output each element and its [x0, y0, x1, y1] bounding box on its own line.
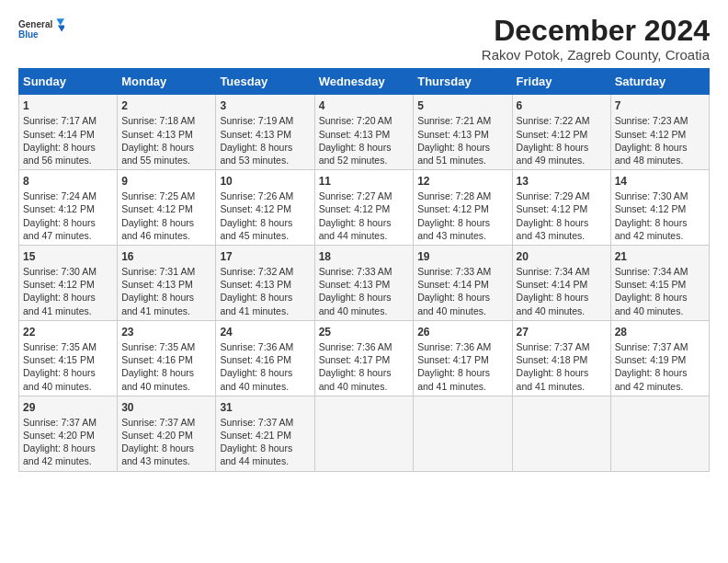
- sunrise-text: Sunrise: 7:37 AM: [23, 417, 97, 428]
- calendar-cell: 30Sunrise: 7:37 AMSunset: 4:20 PMDayligh…: [118, 396, 216, 471]
- sunrise-text: Sunrise: 7:29 AM: [517, 190, 590, 201]
- sunset-text: Sunset: 4:16 PM: [121, 354, 193, 365]
- daylight-text: Daylight: 8 hours and 42 minutes.: [23, 442, 96, 466]
- daylight-text: Daylight: 8 hours and 41 minutes.: [517, 367, 589, 391]
- sunset-text: Sunset: 4:20 PM: [121, 430, 193, 441]
- daylight-text: Daylight: 8 hours and 42 minutes.: [615, 217, 688, 241]
- calendar-week-row: 15Sunrise: 7:30 AMSunset: 4:12 PMDayligh…: [19, 245, 710, 320]
- sunrise-text: Sunrise: 7:37 AM: [615, 341, 688, 352]
- sunset-text: Sunset: 4:13 PM: [417, 129, 489, 140]
- sunset-text: Sunset: 4:12 PM: [23, 279, 95, 290]
- sunrise-text: Sunrise: 7:18 AM: [121, 115, 195, 126]
- sunrise-text: Sunrise: 7:27 AM: [319, 190, 392, 201]
- sunrise-text: Sunrise: 7:33 AM: [319, 266, 392, 277]
- day-number: 14: [615, 174, 705, 189]
- calendar-day-header: Thursday: [414, 69, 512, 95]
- day-number: 24: [220, 325, 310, 339]
- daylight-text: Daylight: 8 hours and 53 minutes.: [220, 142, 292, 166]
- daylight-text: Daylight: 8 hours and 41 minutes.: [121, 292, 194, 316]
- calendar-day-header: Monday: [118, 69, 216, 95]
- daylight-text: Daylight: 8 hours and 43 minutes.: [121, 442, 194, 466]
- sunrise-text: Sunrise: 7:35 AM: [23, 341, 97, 352]
- daylight-text: Daylight: 8 hours and 40 minutes.: [517, 292, 589, 316]
- day-number: 22: [23, 325, 113, 339]
- calendar-cell: 7Sunrise: 7:23 AMSunset: 4:12 PMDaylight…: [610, 95, 709, 170]
- sunrise-text: Sunrise: 7:23 AM: [615, 115, 688, 126]
- day-number: 29: [23, 400, 113, 415]
- calendar-cell: 6Sunrise: 7:22 AMSunset: 4:12 PMDaylight…: [512, 95, 610, 170]
- daylight-text: Daylight: 8 hours and 52 minutes.: [319, 142, 392, 166]
- sunrise-text: Sunrise: 7:36 AM: [417, 341, 491, 352]
- header: General Blue December 2024 Rakov Potok, …: [18, 15, 710, 63]
- sunset-text: Sunset: 4:12 PM: [615, 129, 687, 140]
- calendar-cell: 10Sunrise: 7:26 AMSunset: 4:12 PMDayligh…: [216, 170, 314, 246]
- calendar-cell: 8Sunrise: 7:24 AMSunset: 4:12 PMDaylight…: [19, 170, 118, 246]
- sunset-text: Sunset: 4:19 PM: [615, 354, 687, 365]
- daylight-text: Daylight: 8 hours and 41 minutes.: [220, 292, 292, 316]
- day-number: 30: [121, 400, 211, 415]
- sunset-text: Sunset: 4:12 PM: [417, 203, 489, 214]
- day-number: 19: [417, 249, 507, 264]
- day-number: 3: [220, 98, 310, 113]
- calendar-cell: 9Sunrise: 7:25 AMSunset: 4:12 PMDaylight…: [118, 170, 216, 246]
- daylight-text: Daylight: 8 hours and 48 minutes.: [615, 142, 688, 166]
- calendar-week-row: 29Sunrise: 7:37 AMSunset: 4:20 PMDayligh…: [19, 396, 710, 471]
- calendar-cell: 2Sunrise: 7:18 AMSunset: 4:13 PMDaylight…: [118, 95, 216, 170]
- sunrise-text: Sunrise: 7:22 AM: [517, 115, 590, 126]
- calendar-cell: 4Sunrise: 7:20 AMSunset: 4:13 PMDaylight…: [314, 95, 414, 170]
- sunset-text: Sunset: 4:15 PM: [615, 279, 687, 290]
- sunrise-text: Sunrise: 7:24 AM: [23, 190, 97, 201]
- day-number: 11: [319, 174, 410, 189]
- sunset-text: Sunset: 4:12 PM: [517, 203, 588, 214]
- sunrise-text: Sunrise: 7:34 AM: [615, 266, 688, 277]
- sunrise-text: Sunrise: 7:37 AM: [121, 417, 195, 428]
- daylight-text: Daylight: 8 hours and 45 minutes.: [220, 217, 292, 241]
- sunrise-text: Sunrise: 7:28 AM: [417, 190, 491, 201]
- calendar-cell: [610, 396, 709, 471]
- sunrise-text: Sunrise: 7:32 AM: [220, 266, 293, 277]
- sunset-text: Sunset: 4:17 PM: [417, 354, 489, 365]
- day-number: 13: [517, 174, 607, 189]
- calendar-header-row: SundayMondayTuesdayWednesdayThursdayFrid…: [19, 69, 710, 95]
- day-number: 5: [417, 98, 507, 113]
- day-number: 4: [319, 98, 410, 113]
- day-number: 10: [220, 174, 310, 189]
- calendar-cell: 27Sunrise: 7:37 AMSunset: 4:18 PMDayligh…: [512, 320, 610, 396]
- calendar-cell: 21Sunrise: 7:34 AMSunset: 4:15 PMDayligh…: [610, 245, 709, 320]
- title-block: December 2024 Rakov Potok, Zagreb County…: [482, 15, 710, 63]
- day-number: 18: [319, 249, 410, 264]
- sunrise-text: Sunrise: 7:37 AM: [220, 417, 293, 428]
- day-number: 8: [23, 174, 113, 189]
- daylight-text: Daylight: 8 hours and 44 minutes.: [319, 217, 392, 241]
- calendar-cell: 14Sunrise: 7:30 AMSunset: 4:12 PMDayligh…: [610, 170, 709, 246]
- sunrise-text: Sunrise: 7:36 AM: [220, 341, 293, 352]
- sunrise-text: Sunrise: 7:26 AM: [220, 190, 293, 201]
- calendar-cell: 15Sunrise: 7:30 AMSunset: 4:12 PMDayligh…: [19, 245, 118, 320]
- sunrise-text: Sunrise: 7:21 AM: [417, 115, 491, 126]
- svg-text:General: General: [18, 19, 52, 29]
- daylight-text: Daylight: 8 hours and 42 minutes.: [615, 367, 688, 391]
- svg-text:Blue: Blue: [18, 29, 39, 40]
- daylight-text: Daylight: 8 hours and 41 minutes.: [23, 292, 96, 316]
- day-number: 1: [23, 98, 113, 113]
- daylight-text: Daylight: 8 hours and 56 minutes.: [23, 142, 96, 166]
- day-number: 17: [220, 249, 310, 264]
- daylight-text: Daylight: 8 hours and 44 minutes.: [220, 442, 292, 466]
- calendar-cell: 11Sunrise: 7:27 AMSunset: 4:12 PMDayligh…: [314, 170, 414, 246]
- sunset-text: Sunset: 4:14 PM: [417, 279, 489, 290]
- day-number: 16: [121, 249, 211, 264]
- calendar-table: SundayMondayTuesdayWednesdayThursdayFrid…: [18, 68, 710, 471]
- logo: General Blue: [18, 15, 64, 42]
- day-number: 31: [220, 400, 310, 415]
- calendar-cell: 31Sunrise: 7:37 AMSunset: 4:21 PMDayligh…: [216, 396, 314, 471]
- page: General Blue December 2024 Rakov Potok, …: [0, 0, 728, 481]
- calendar-cell: [512, 396, 610, 471]
- main-title: December 2024: [482, 15, 710, 47]
- calendar-cell: [414, 396, 512, 471]
- sunset-text: Sunset: 4:18 PM: [517, 354, 588, 365]
- calendar-week-row: 1Sunrise: 7:17 AMSunset: 4:14 PMDaylight…: [19, 95, 710, 170]
- calendar-cell: 28Sunrise: 7:37 AMSunset: 4:19 PMDayligh…: [610, 320, 709, 396]
- sunrise-text: Sunrise: 7:25 AM: [121, 190, 195, 201]
- daylight-text: Daylight: 8 hours and 47 minutes.: [23, 217, 96, 241]
- daylight-text: Daylight: 8 hours and 49 minutes.: [517, 142, 589, 166]
